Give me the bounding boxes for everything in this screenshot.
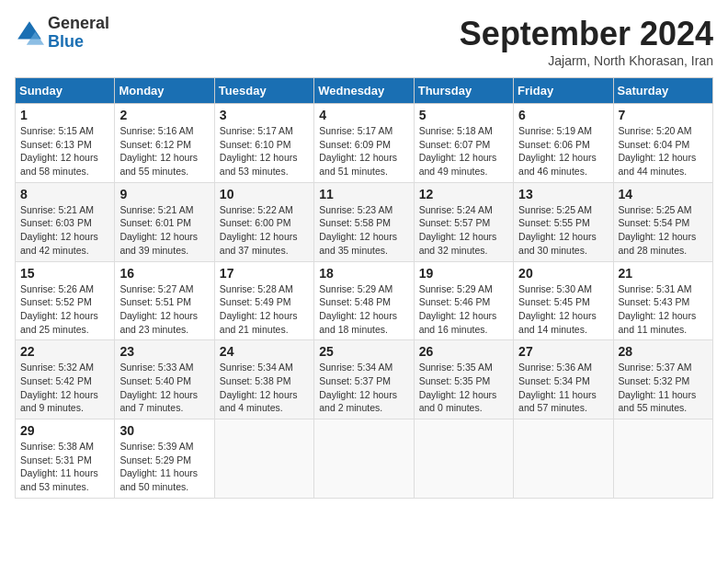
day-number: 19 <box>419 266 508 281</box>
week-row-4: 29Sunrise: 5:38 AM Sunset: 5:31 PM Dayli… <box>16 419 713 499</box>
day-number: 20 <box>518 266 608 281</box>
day-info: Sunrise: 5:17 AM Sunset: 6:09 PM Dayligh… <box>319 124 408 178</box>
day-info: Sunrise: 5:39 AM Sunset: 5:29 PM Dayligh… <box>119 440 209 494</box>
day-info: Sunrise: 5:35 AM Sunset: 5:35 PM Dayligh… <box>419 361 508 415</box>
day-number: 6 <box>518 108 608 122</box>
header-friday: Friday <box>514 78 613 104</box>
calendar-cell-w0-d1: 2Sunrise: 5:16 AM Sunset: 6:12 PM Daylig… <box>115 104 214 183</box>
calendar-cell-w4-d2 <box>214 419 313 499</box>
day-info: Sunrise: 5:30 AM Sunset: 5:45 PM Dayligh… <box>518 282 608 337</box>
logo: General Blue <box>15 15 109 52</box>
calendar-cell-w0-d2: 3Sunrise: 5:17 AM Sunset: 6:10 PM Daylig… <box>214 104 313 183</box>
calendar-cell-w3-d4: 26Sunrise: 5:35 AM Sunset: 5:35 PM Dayli… <box>414 340 513 419</box>
day-number: 2 <box>119 108 209 122</box>
day-info: Sunrise: 5:23 AM Sunset: 5:58 PM Dayligh… <box>319 203 408 258</box>
month-title: September 2024 <box>460 15 713 53</box>
day-info: Sunrise: 5:31 AM Sunset: 5:43 PM Dayligh… <box>619 282 708 337</box>
location-subtitle: Jajarm, North Khorasan, Iran <box>460 53 713 68</box>
calendar-cell-w1-d5: 13Sunrise: 5:25 AM Sunset: 5:55 PM Dayli… <box>514 182 613 261</box>
day-number: 4 <box>319 108 408 122</box>
day-info: Sunrise: 5:26 AM Sunset: 5:52 PM Dayligh… <box>20 282 109 337</box>
calendar-cell-w2-d0: 15Sunrise: 5:26 AM Sunset: 5:52 PM Dayli… <box>16 261 115 340</box>
day-number: 22 <box>20 344 109 359</box>
day-number: 13 <box>518 187 608 201</box>
week-row-2: 15Sunrise: 5:26 AM Sunset: 5:52 PM Dayli… <box>16 261 713 340</box>
day-info: Sunrise: 5:34 AM Sunset: 5:38 PM Dayligh… <box>220 361 309 415</box>
day-number: 9 <box>119 187 209 201</box>
day-number: 10 <box>220 187 309 201</box>
day-number: 5 <box>419 108 508 122</box>
day-number: 29 <box>20 423 109 438</box>
day-info: Sunrise: 5:17 AM Sunset: 6:10 PM Dayligh… <box>220 124 309 178</box>
calendar-cell-w1-d6: 14Sunrise: 5:25 AM Sunset: 5:54 PM Dayli… <box>613 182 712 261</box>
calendar-cell-w3-d0: 22Sunrise: 5:32 AM Sunset: 5:42 PM Dayli… <box>16 340 115 419</box>
calendar-table: Sunday Monday Tuesday Wednesday Thursday… <box>15 77 713 499</box>
calendar-cell-w3-d5: 27Sunrise: 5:36 AM Sunset: 5:34 PM Dayli… <box>514 340 613 419</box>
calendar-cell-w2-d6: 21Sunrise: 5:31 AM Sunset: 5:43 PM Dayli… <box>613 261 712 340</box>
calendar-cell-w2-d2: 17Sunrise: 5:28 AM Sunset: 5:49 PM Dayli… <box>214 261 313 340</box>
day-info: Sunrise: 5:15 AM Sunset: 6:13 PM Dayligh… <box>20 124 109 178</box>
day-info: Sunrise: 5:29 AM Sunset: 5:46 PM Dayligh… <box>419 282 508 337</box>
day-number: 27 <box>518 344 608 359</box>
day-number: 26 <box>419 344 508 359</box>
day-number: 21 <box>619 266 708 281</box>
day-number: 16 <box>119 266 209 281</box>
calendar-cell-w3-d6: 28Sunrise: 5:37 AM Sunset: 5:32 PM Dayli… <box>613 340 712 419</box>
day-info: Sunrise: 5:24 AM Sunset: 5:57 PM Dayligh… <box>419 203 508 258</box>
day-number: 12 <box>419 187 508 201</box>
day-info: Sunrise: 5:37 AM Sunset: 5:32 PM Dayligh… <box>619 361 708 415</box>
calendar-cell-w0-d0: 1Sunrise: 5:15 AM Sunset: 6:13 PM Daylig… <box>16 104 115 183</box>
calendar-cell-w1-d1: 9Sunrise: 5:21 AM Sunset: 6:01 PM Daylig… <box>115 182 214 261</box>
day-info: Sunrise: 5:34 AM Sunset: 5:37 PM Dayligh… <box>319 361 408 415</box>
day-info: Sunrise: 5:21 AM Sunset: 6:01 PM Dayligh… <box>119 203 209 258</box>
logo-line1: General <box>48 15 109 33</box>
day-number: 24 <box>220 344 309 359</box>
day-number: 3 <box>220 108 309 122</box>
calendar-cell-w4-d0: 29Sunrise: 5:38 AM Sunset: 5:31 PM Dayli… <box>16 419 115 499</box>
day-info: Sunrise: 5:19 AM Sunset: 6:06 PM Dayligh… <box>518 124 608 178</box>
header-thursday: Thursday <box>414 78 513 104</box>
header-sunday: Sunday <box>16 78 115 104</box>
day-info: Sunrise: 5:16 AM Sunset: 6:12 PM Dayligh… <box>119 124 209 178</box>
calendar-cell-w4-d3 <box>314 419 414 499</box>
day-number: 14 <box>619 187 708 201</box>
header-saturday: Saturday <box>613 78 712 104</box>
header: General Blue September 2024 Jajarm, Nort… <box>15 15 713 68</box>
day-number: 8 <box>20 187 109 201</box>
day-info: Sunrise: 5:20 AM Sunset: 6:04 PM Dayligh… <box>619 124 708 178</box>
calendar-cell-w3-d3: 25Sunrise: 5:34 AM Sunset: 5:37 PM Dayli… <box>314 340 414 419</box>
week-row-3: 22Sunrise: 5:32 AM Sunset: 5:42 PM Dayli… <box>16 340 713 419</box>
week-row-1: 8Sunrise: 5:21 AM Sunset: 6:03 PM Daylig… <box>16 182 713 261</box>
day-number: 15 <box>20 266 109 281</box>
day-info: Sunrise: 5:32 AM Sunset: 5:42 PM Dayligh… <box>20 361 109 415</box>
calendar-header-row: Sunday Monday Tuesday Wednesday Thursday… <box>16 78 713 104</box>
calendar-cell-w1-d3: 11Sunrise: 5:23 AM Sunset: 5:58 PM Dayli… <box>314 182 414 261</box>
calendar-cell-w4-d5 <box>514 419 613 499</box>
day-number: 17 <box>220 266 309 281</box>
calendar-cell-w4-d6 <box>613 419 712 499</box>
calendar-cell-w1-d0: 8Sunrise: 5:21 AM Sunset: 6:03 PM Daylig… <box>16 182 115 261</box>
calendar-cell-w1-d2: 10Sunrise: 5:22 AM Sunset: 6:00 PM Dayli… <box>214 182 313 261</box>
calendar-cell-w2-d4: 19Sunrise: 5:29 AM Sunset: 5:46 PM Dayli… <box>414 261 513 340</box>
calendar-cell-w0-d4: 5Sunrise: 5:18 AM Sunset: 6:07 PM Daylig… <box>414 104 513 183</box>
day-number: 7 <box>619 108 708 122</box>
day-info: Sunrise: 5:21 AM Sunset: 6:03 PM Dayligh… <box>20 203 109 258</box>
header-wednesday: Wednesday <box>314 78 414 104</box>
day-info: Sunrise: 5:18 AM Sunset: 6:07 PM Dayligh… <box>419 124 508 178</box>
day-info: Sunrise: 5:33 AM Sunset: 5:40 PM Dayligh… <box>119 361 209 415</box>
calendar-cell-w2-d3: 18Sunrise: 5:29 AM Sunset: 5:48 PM Dayli… <box>314 261 414 340</box>
week-row-0: 1Sunrise: 5:15 AM Sunset: 6:13 PM Daylig… <box>16 104 713 183</box>
calendar-cell-w4-d4 <box>414 419 513 499</box>
day-number: 28 <box>619 344 708 359</box>
calendar-cell-w3-d1: 23Sunrise: 5:33 AM Sunset: 5:40 PM Dayli… <box>115 340 214 419</box>
day-info: Sunrise: 5:38 AM Sunset: 5:31 PM Dayligh… <box>20 440 109 494</box>
header-monday: Monday <box>115 78 214 104</box>
day-number: 25 <box>319 344 408 359</box>
logo-line2: Blue <box>48 33 109 52</box>
calendar-cell-w2-d5: 20Sunrise: 5:30 AM Sunset: 5:45 PM Dayli… <box>514 261 613 340</box>
day-number: 30 <box>119 423 209 438</box>
calendar-cell-w0-d3: 4Sunrise: 5:17 AM Sunset: 6:09 PM Daylig… <box>314 104 414 183</box>
day-info: Sunrise: 5:28 AM Sunset: 5:49 PM Dayligh… <box>220 282 309 337</box>
day-info: Sunrise: 5:25 AM Sunset: 5:55 PM Dayligh… <box>518 203 608 258</box>
day-info: Sunrise: 5:36 AM Sunset: 5:34 PM Dayligh… <box>518 361 608 415</box>
